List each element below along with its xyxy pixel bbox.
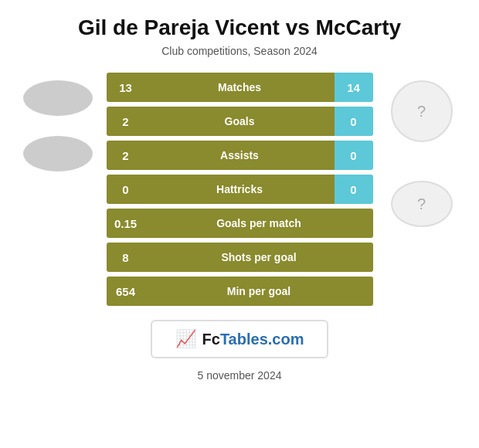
question-icon-2: ? bbox=[417, 195, 426, 213]
bar-label-spg: Shots per goal bbox=[145, 251, 373, 263]
right-value-hattricks: 0 bbox=[335, 175, 373, 204]
table-row: 654 Min per goal bbox=[107, 277, 373, 306]
right-value-assists: 0 bbox=[335, 141, 373, 170]
right-avatars: ? ? bbox=[379, 80, 464, 227]
left-value-hattricks: 0 bbox=[107, 175, 145, 204]
left-avatar-1 bbox=[23, 80, 93, 116]
table-row: 0 Hattricks 0 bbox=[107, 175, 373, 204]
left-value-matches: 13 bbox=[107, 73, 145, 102]
left-avatars bbox=[15, 80, 100, 171]
main-container: Gil de Pareja Vicent vs McCarty Club com… bbox=[0, 0, 479, 448]
page-subtitle: Club competitions, Season 2024 bbox=[161, 45, 318, 57]
table-row: 2 Assists 0 bbox=[107, 141, 373, 170]
right-avatar-2: ? bbox=[391, 181, 453, 227]
left-value-assists: 2 bbox=[107, 141, 145, 170]
bar-label-gpm: Goals per match bbox=[145, 217, 373, 229]
question-icon-1: ? bbox=[417, 103, 426, 120]
table-row: 13 Matches 14 bbox=[107, 73, 373, 102]
watermark: 📈 FcTables.com bbox=[151, 320, 329, 358]
left-value-goals: 2 bbox=[107, 107, 145, 136]
date-label: 5 november 2024 bbox=[198, 369, 282, 382]
left-avatar-2 bbox=[23, 136, 93, 171]
bar-label-hattricks: Hattricks bbox=[145, 175, 335, 204]
table-row: 0.15 Goals per match bbox=[107, 209, 373, 238]
left-value-gpm: 0.15 bbox=[107, 217, 145, 230]
watermark-text-colored: Tables.com bbox=[220, 331, 304, 348]
table-row: 8 Shots per goal bbox=[107, 243, 373, 272]
right-avatar-1: ? bbox=[391, 80, 453, 142]
bars-container: 13 Matches 14 2 Goals 0 2 Assists 0 0 Ha… bbox=[107, 73, 373, 306]
table-row: 2 Goals 0 bbox=[107, 107, 373, 136]
left-value-mpg: 654 bbox=[107, 285, 145, 298]
right-value-goals: 0 bbox=[335, 107, 373, 136]
watermark-icon: 📈 bbox=[175, 329, 196, 349]
bar-label-matches: Matches bbox=[145, 73, 335, 102]
watermark-text: FcTables.com bbox=[202, 331, 304, 348]
page-title: Gil de Pareja Vicent vs McCarty bbox=[78, 15, 401, 40]
left-value-spg: 8 bbox=[107, 251, 145, 264]
bar-label-goals: Goals bbox=[145, 107, 335, 136]
right-value-matches: 14 bbox=[335, 73, 373, 102]
bar-label-assists: Assists bbox=[145, 141, 335, 170]
stats-section: 13 Matches 14 2 Goals 0 2 Assists 0 0 Ha… bbox=[8, 73, 471, 306]
bar-label-mpg: Min per goal bbox=[145, 285, 373, 297]
